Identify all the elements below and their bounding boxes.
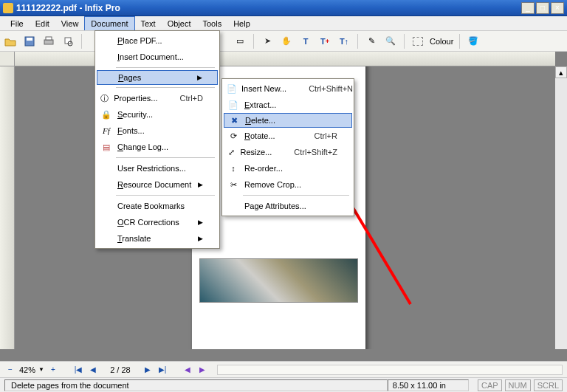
text-tool-icon[interactable]: T <box>298 34 313 49</box>
page-extract-icon: 📄 <box>227 99 240 111</box>
submenu-reorder[interactable]: ↕Re-order... <box>224 160 352 176</box>
menu-document[interactable]: Document <box>84 16 134 30</box>
menubar: File Edit View Document Text Object Tool… <box>0 16 567 31</box>
menu-tools[interactable]: Tools <box>196 16 227 30</box>
menu-view[interactable]: View <box>55 16 85 30</box>
menu-separator <box>116 87 215 88</box>
history-back-button[interactable]: ◀ <box>182 364 193 376</box>
menu-pages[interactable]: Pages▶ <box>97 70 218 85</box>
colour-label: Colour <box>430 37 453 46</box>
save-icon[interactable] <box>22 34 37 49</box>
menu-change-log[interactable]: ▤Change Log... <box>97 139 218 155</box>
menu-insert-document[interactable]: Insert Document... <box>97 49 218 65</box>
menu-properties[interactable]: ⓘProperties...Ctrl+D <box>97 90 218 106</box>
submenu-remove-crop[interactable]: ✂Remove Crop... <box>224 176 352 193</box>
svg-rect-2 <box>44 40 53 44</box>
menu-separator <box>116 157 215 158</box>
menu-fonts[interactable]: FfFonts... <box>97 123 218 139</box>
next-page-button[interactable]: ▶ <box>142 364 154 376</box>
colour-swatch[interactable] <box>410 34 425 49</box>
print-icon[interactable] <box>41 34 56 49</box>
window-title: 111122222.pdf - Infix Pro <box>16 3 521 13</box>
menu-separator <box>243 195 349 196</box>
page-new-icon: 📄 <box>227 83 237 94</box>
rotate-icon: ⟳ <box>227 130 240 142</box>
page-indicator[interactable]: 2 / 28 <box>102 365 139 374</box>
last-page-button[interactable]: ▶| <box>157 364 168 376</box>
navbar: − 42% ▼ + |◀ ◀ 2 / 28 ▶ ▶| ◀ ▶ <box>0 361 567 377</box>
page-image <box>199 258 358 303</box>
statusbar: Delete pages from the document 8.50 x 11… <box>0 377 567 392</box>
zoom-out-button[interactable]: − <box>4 364 16 376</box>
submenu-resize[interactable]: ⤢Resize...Ctrl+Shift+Z <box>224 144 352 160</box>
textarrow-tool-icon[interactable]: T↑ <box>337 34 351 49</box>
zoom-value: 42% <box>19 365 35 374</box>
first-page-button[interactable]: |◀ <box>72 364 84 376</box>
svg-rect-3 <box>46 37 52 40</box>
document-menu[interactable]: Place PDF... Insert Document... Pages▶ ⓘ… <box>94 30 220 249</box>
menu-object[interactable]: Object <box>162 16 197 30</box>
open-icon[interactable] <box>3 34 18 49</box>
menu-text[interactable]: Text <box>135 16 162 30</box>
menu-separator <box>116 67 215 68</box>
toolbar-main: ▭ ➤ ✋ T T+ T↑ ✎ 🔍 Colour 🪣 <box>0 31 567 52</box>
menu-resource-document[interactable]: Resource Document▶ <box>97 176 218 193</box>
status-scrl: SCRL <box>534 379 563 391</box>
prev-page-button[interactable]: ◀ <box>87 364 99 376</box>
close-button[interactable]: × <box>551 2 564 14</box>
status-hint: Delete pages from the document <box>4 379 388 391</box>
info-icon: ⓘ <box>100 92 109 104</box>
reorder-icon: ↕ <box>227 162 240 174</box>
hand-tool-icon[interactable]: ✋ <box>279 34 294 49</box>
scrollbar-vertical[interactable]: ▴ <box>555 66 567 349</box>
svg-rect-1 <box>27 38 32 41</box>
titlebar: 111122222.pdf - Infix Pro _ □ × <box>0 0 567 16</box>
menu-security[interactable]: 🔒Security... <box>97 106 218 123</box>
minimize-button[interactable]: _ <box>521 2 535 14</box>
status-num: NUM <box>505 379 531 391</box>
menu-translate[interactable]: Translate▶ <box>97 230 218 247</box>
ruler-corner <box>0 52 15 66</box>
fill-icon[interactable]: 🪣 <box>466 34 481 49</box>
status-dimensions: 8.50 x 11.00 in <box>388 379 469 391</box>
submenu-extract[interactable]: 📄Extract... <box>224 97 352 113</box>
submenu-delete[interactable]: ✖Delete... <box>224 113 352 128</box>
status-caps: CAP <box>478 379 502 391</box>
arrow-tool-icon[interactable]: ➤ <box>260 34 275 49</box>
submenu-page-attributes[interactable]: Page Attributes... <box>224 198 352 214</box>
resize-icon: ⤢ <box>227 146 236 158</box>
menu-place-pdf[interactable]: Place PDF... <box>97 32 218 49</box>
log-icon: ▤ <box>100 141 113 153</box>
pages-submenu[interactable]: 📄Insert New...Ctrl+Shift+N 📄Extract... ✖… <box>221 78 354 216</box>
textplus-tool-icon[interactable]: T+ <box>317 34 332 49</box>
menu-create-bookmarks[interactable]: Create Bookmarks <box>97 198 218 214</box>
history-fwd-button[interactable]: ▶ <box>196 364 208 376</box>
zoom-icon[interactable]: 🔍 <box>383 34 398 49</box>
menu-file[interactable]: File <box>4 16 30 30</box>
submenu-insert-new[interactable]: 📄Insert New...Ctrl+Shift+N <box>224 80 352 97</box>
eyedropper-icon[interactable]: ✎ <box>364 34 379 49</box>
scroll-up-button[interactable]: ▴ <box>555 66 567 78</box>
zoom-in-button[interactable]: + <box>47 364 59 376</box>
menu-user-restrictions[interactable]: User Restrictions... <box>97 160 218 176</box>
ruler-vertical <box>0 66 15 349</box>
menu-ocr-corrections[interactable]: OCR Corrections▶ <box>97 214 218 230</box>
page-icon[interactable]: ▭ <box>233 34 247 49</box>
lock-icon: 🔒 <box>100 109 113 120</box>
submenu-rotate[interactable]: ⟳Rotate...Ctrl+R <box>224 128 352 144</box>
find-icon[interactable] <box>61 34 75 49</box>
maximize-button[interactable]: □ <box>536 2 549 14</box>
page-delete-icon: ✖ <box>227 114 241 126</box>
crop-icon: ✂ <box>227 179 240 190</box>
menu-edit[interactable]: Edit <box>30 16 55 30</box>
app-icon <box>3 3 13 13</box>
menu-help[interactable]: Help <box>227 16 256 30</box>
menu-separator <box>116 195 215 196</box>
scrollbar-horizontal[interactable] <box>217 365 563 375</box>
font-icon: Ff <box>100 125 113 137</box>
